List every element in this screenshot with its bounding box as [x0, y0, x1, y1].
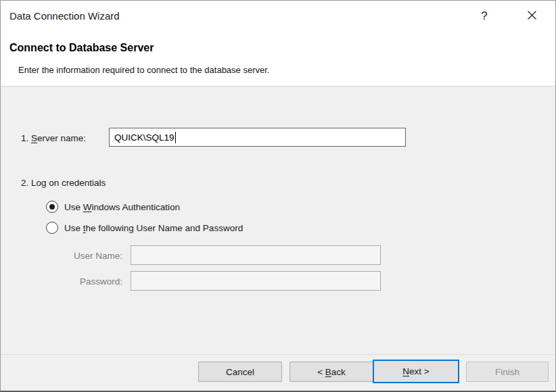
radio-username-password-label: Use the following User Name and Password	[64, 223, 243, 233]
password-field	[131, 271, 381, 291]
close-button[interactable]	[523, 7, 540, 25]
finish-button: Finish	[466, 362, 549, 382]
help-button[interactable]: ?	[476, 7, 493, 25]
radio-button-icon	[46, 201, 58, 213]
title-bar: Data Connection Wizard ?	[1, 1, 555, 32]
footer-divider	[1, 354, 555, 355]
header-section: Data Connection Wizard ? Connect to Data…	[1, 1, 555, 87]
username-field	[131, 245, 381, 265]
help-icon: ?	[481, 9, 487, 23]
radio-button-icon	[46, 222, 58, 234]
logon-credentials-label: 2. Log on credentials	[21, 178, 106, 188]
window-title: Data Connection Wizard	[9, 10, 120, 22]
server-name-value: QUICK\SQL19	[114, 132, 175, 143]
data-connection-wizard-dialog: Data Connection Wizard ? Connect to Data…	[0, 0, 556, 392]
username-label: User Name:	[63, 251, 122, 261]
server-name-label: 1. Server name:	[21, 133, 86, 143]
server-name-input[interactable]: QUICK\SQL19	[109, 128, 406, 147]
text-caret	[175, 132, 176, 143]
close-icon	[527, 10, 537, 23]
radio-windows-authentication-label: Use Windows Authentication	[64, 202, 180, 212]
cancel-button[interactable]: Cancel	[198, 362, 282, 382]
page-title: Connect to Database Server	[9, 42, 154, 54]
password-label: Password:	[63, 276, 122, 287]
next-button[interactable]: Next >	[373, 360, 459, 383]
radio-windows-authentication[interactable]: Use Windows Authentication	[46, 200, 180, 214]
page-subtitle: Enter the information required to connec…	[18, 65, 269, 75]
radio-username-password[interactable]: Use the following User Name and Password	[46, 221, 243, 235]
back-button[interactable]: < Back	[289, 362, 373, 382]
